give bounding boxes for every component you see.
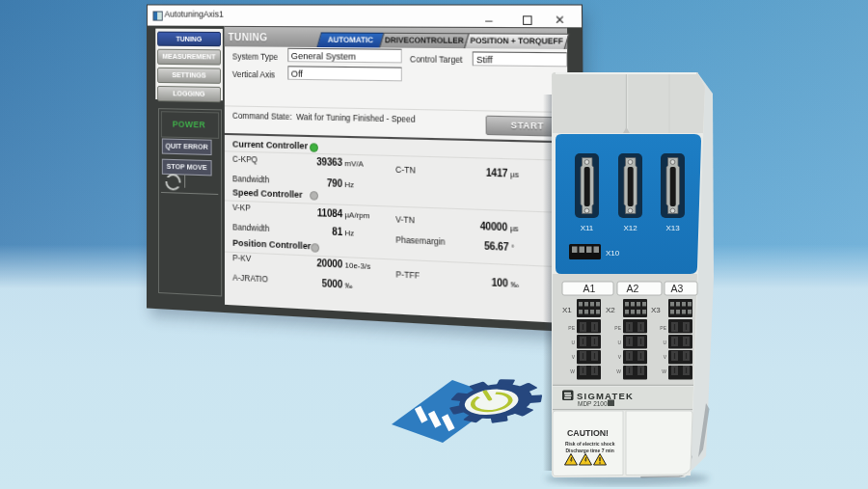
svg-text:CAUTION!: CAUTION! <box>567 428 609 438</box>
svg-text:X12: X12 <box>623 224 637 232</box>
svg-text:PE: PE <box>614 325 621 331</box>
svg-text:W: W <box>616 368 621 374</box>
svg-text:W: W <box>570 368 575 374</box>
svg-text:PE: PE <box>568 325 575 331</box>
svg-text:U: U <box>571 340 575 345</box>
svg-text:PE: PE <box>660 325 666 331</box>
svg-text:A3: A3 <box>671 283 684 294</box>
svg-text:W: W <box>662 368 666 374</box>
svg-text:A2: A2 <box>627 283 639 294</box>
svg-text:U: U <box>663 340 666 345</box>
svg-text:Risk of electric shock: Risk of electric shock <box>565 441 615 447</box>
svg-text:U: U <box>617 340 621 345</box>
svg-text:A1: A1 <box>583 283 596 294</box>
svg-text:X11: X11 <box>581 224 594 232</box>
svg-text:MDP 2100: MDP 2100 <box>578 400 608 407</box>
svg-text:Discharge time 7 min: Discharge time 7 min <box>566 448 614 453</box>
svg-text:X13: X13 <box>665 224 680 232</box>
svg-text:X2: X2 <box>606 306 615 314</box>
svg-text:X10: X10 <box>606 249 620 258</box>
svg-text:SIGMATEK: SIGMATEK <box>577 391 634 401</box>
svg-text:X3: X3 <box>651 306 661 314</box>
svg-text:X1: X1 <box>562 306 572 314</box>
